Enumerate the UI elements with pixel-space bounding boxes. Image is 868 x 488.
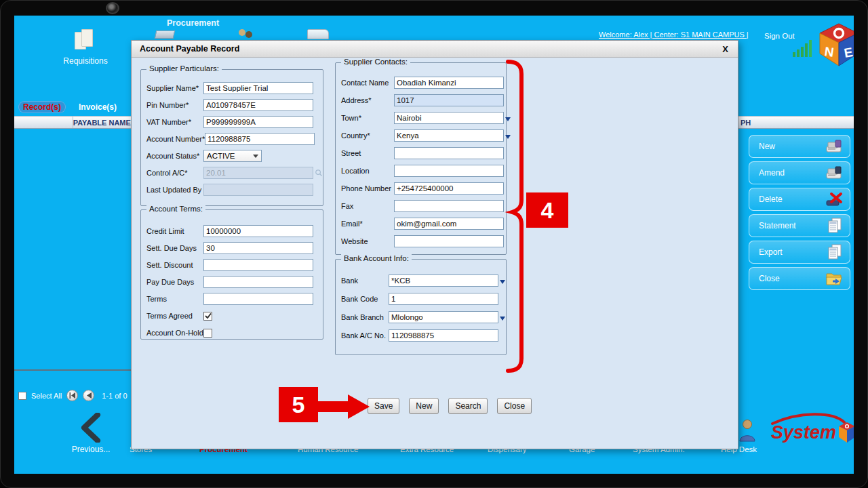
sett-discount-row: Sett. Discount [146,259,323,271]
previous-nav-button[interactable]: Previous... [54,413,128,454]
terms-agreed-label: Terms Agreed [146,312,203,320]
location-row: Location [341,165,506,177]
credit-limit-field[interactable] [203,225,313,237]
country-field[interactable] [394,129,504,142]
bank-a-c-no-row: Bank A/C No. [341,329,506,342]
country-row: Country* [341,129,506,142]
control-a-c-label: Control A/C* [146,169,203,177]
new-button[interactable]: New [409,398,439,414]
supplier-name-row: Supplier Name* [146,82,323,94]
vat-number-label: VAT Number* [146,118,203,126]
first-page-button[interactable] [66,390,78,401]
delete-record-button[interactable]: Delete [749,188,850,211]
location-field[interactable] [394,165,504,177]
help-desk-person-icon [738,418,756,443]
amend-disk-icon [825,165,843,180]
account-number-field[interactable] [205,133,315,145]
last-updated-by-label: Last Updated By [146,186,203,194]
contact-name-field[interactable] [394,77,504,89]
tab-records[interactable]: Record(s) [18,101,66,113]
vat-number-field[interactable] [203,116,313,128]
action-panel: New Amend Delete [749,135,850,290]
dialog-close-icon[interactable]: X [721,44,730,54]
sett-due-days-label: Sett. Due Days [146,244,203,252]
control-a-c-row: Control A/C* [146,167,323,179]
supplier-contacts-group: Supplier Contacts: Contact NameAddress*T… [335,62,507,255]
table-bottom-divider [14,369,131,371]
town-field[interactable] [394,112,504,124]
select-all-checkbox[interactable] [18,392,26,400]
export-button[interactable]: Export [749,241,850,264]
sett-due-days-field[interactable] [203,242,313,254]
statement-doc-icon [827,218,843,234]
previous-label: Previous... [54,445,128,454]
bank-code-label: Bank Code [341,295,389,303]
fax-field[interactable] [394,200,504,212]
pay-due-days-field[interactable] [203,276,313,288]
pay-due-days-label: Pay Due Days [146,278,203,286]
account-number-label: Account Number* [146,135,205,143]
toolbar-people-icon [238,29,256,39]
requisitions-icon [73,28,98,55]
close-panel-button[interactable]: Close [749,267,850,290]
website-field[interactable] [394,235,504,247]
address-label: Address* [341,96,394,104]
sett-discount-field[interactable] [203,259,313,271]
checkbox-column [14,117,73,128]
sign-out-link[interactable]: Sign Out [764,32,795,40]
terms-row: Terms [146,293,323,305]
close-button[interactable]: Close [497,398,532,414]
fax-row: Fax [341,200,506,212]
account-number-row: Account Number* [146,133,323,145]
account-status-select[interactable]: ACTIVE [203,150,262,162]
previous-page-button[interactable] [83,390,94,401]
address-field[interactable] [394,94,504,106]
one-cube-logo: N E [791,22,854,71]
pin-number-field[interactable] [203,99,313,111]
pay-due-days-row: Pay Due Days [146,276,323,288]
street-field[interactable] [394,147,504,159]
bank-a-c-no-field[interactable] [389,329,498,342]
amend-record-button[interactable]: Amend [749,161,850,184]
bank-branch-field[interactable] [389,311,498,323]
account-status-row: Account Status*ACTIVE [146,150,323,162]
account-on-hold-row: Account On-Hold [146,327,323,339]
app-screen: Procurement Requisitions Welcome: Alex |… [14,16,854,474]
phone-number-field[interactable] [394,182,504,195]
tab-invoices[interactable]: Invoice(s) [74,101,121,113]
terms-agreed-checkbox[interactable] [203,312,212,321]
street-row: Street [341,147,506,159]
account-terms-group: Account Terms: Credit LimitSett. Due Day… [140,209,323,340]
search-button[interactable]: Search [448,398,488,414]
website-row: Website [341,235,506,247]
requisitions-label: Requisitions [63,56,107,66]
supplier-name-field[interactable] [203,82,313,94]
terms-field[interactable] [203,293,313,305]
last-updated-by-row: Last Updated By [146,184,323,196]
bank-code-field[interactable] [389,293,498,305]
dialog-title-bar: Account Payable Record X [132,41,738,58]
town-label: Town* [341,114,394,122]
account-on-hold-checkbox[interactable] [203,329,212,338]
dialog-title: Account Payable Record [140,44,239,54]
supplier-name-label: Supplier Name* [146,84,203,92]
svg-text:N: N [823,44,835,60]
requisitions-shortcut[interactable]: Requisitions [55,28,116,66]
statement-button[interactable]: Statement [749,214,850,237]
lookup-icon[interactable] [315,166,323,180]
bank-branch-row: Bank Branch [341,311,506,323]
bank-field[interactable] [389,274,498,287]
system-logo: System [768,413,854,455]
new-record-button[interactable]: New [749,135,850,158]
device-bezel: Procurement Requisitions Welcome: Alex |… [0,0,868,488]
town-row: Town* [341,112,506,124]
select-arrow-icon [253,155,258,161]
sett-due-days-row: Sett. Due Days [146,242,323,254]
email-field[interactable] [394,218,504,230]
save-button[interactable]: Save [368,398,399,414]
account-status-label: Account Status* [146,152,203,160]
address-row: Address* [341,94,506,106]
fax-label: Fax [341,202,394,210]
last-updated-by-field [203,184,313,196]
signal-bars-icon [793,40,812,57]
